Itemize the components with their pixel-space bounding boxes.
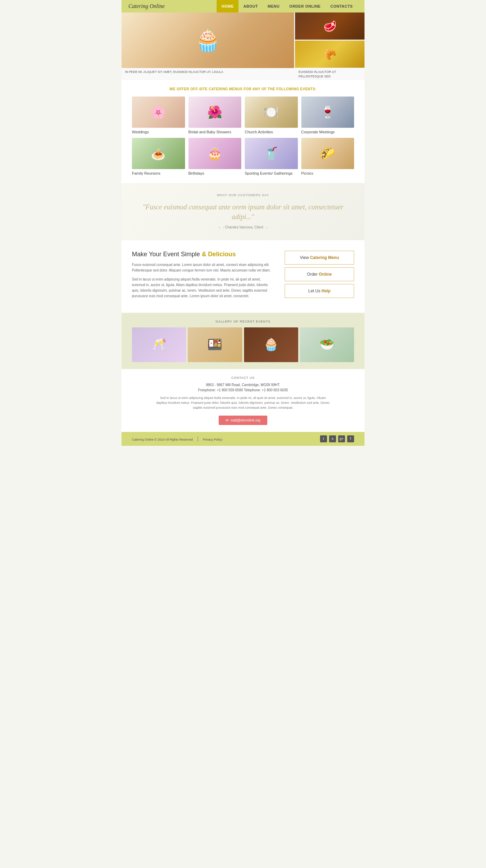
email-label: mail@demolink.org [231, 418, 260, 422]
gallery-grid: 🥂 🍱 🧁 🥗 [132, 327, 354, 362]
steak-img [295, 12, 364, 40]
gallery-item-2[interactable]: 🍱 [188, 327, 242, 362]
church-label: Church Activities [245, 130, 298, 134]
event-corporate[interactable]: 🍷 Corporate Meetings [301, 97, 354, 134]
gallery-item-1[interactable]: 🥂 [132, 327, 186, 362]
footer-privacy-link[interactable]: Privacy Policy [203, 438, 222, 441]
event-family[interactable]: 🍝 Family Reunions [132, 138, 185, 176]
gallery-item-4[interactable]: 🥗 [300, 327, 354, 362]
hero-main-image [122, 12, 294, 68]
cta-title: Make Your Event Simple & Delicious [132, 251, 274, 258]
skype-icon[interactable]: s [329, 435, 336, 442]
events-section: WE OFFER OFF-SITE CATERING MENUS FOR ANY… [122, 80, 364, 183]
btn2-prefix: Order [307, 272, 319, 277]
testimonial-quote: "Fusce euismod consequat ante orem ipsum… [132, 202, 354, 222]
event-picnics[interactable]: 🌮 Picnics [301, 138, 354, 176]
navigation: Catering Online HOME ABOUT MENU ORDER ON… [122, 0, 364, 12]
footer-copyright: Catering Online © 2014 All Rights Reserv… [132, 436, 222, 442]
contact-email-button[interactable]: ✉ mail@demolink.org [219, 416, 267, 425]
nav-link-about[interactable]: ABOUT [238, 0, 263, 12]
corporate-label: Corporate Meetings [301, 130, 354, 134]
btn2-highlight: Online [319, 272, 332, 277]
googleplus-icon[interactable]: g+ [338, 435, 345, 442]
testimonial-author-name: - Chandra Vancova, Client [223, 225, 263, 229]
gallery-label: GALLERY OF RECENT EVENTS [132, 320, 354, 323]
event-weddings[interactable]: 🌸 Weddings [132, 97, 185, 134]
family-image: 🍝 [132, 138, 185, 169]
weddings-image: 🌸 [132, 97, 185, 128]
family-label: Family Reunions [132, 171, 185, 176]
birthdays-image: 🎂 [188, 138, 242, 169]
btn3-prefix: Let Us [308, 289, 321, 293]
birthdays-label: Birthdays [188, 171, 242, 176]
event-sporting[interactable]: 🥤 Sporting Events/ Gatherings [245, 138, 298, 176]
btn1-highlight: Catering Menu [310, 255, 339, 260]
view-catering-menu-button[interactable]: View Catering Menu [285, 251, 354, 265]
corporate-image: 🍷 [301, 97, 354, 128]
twitter-icon[interactable]: t [320, 435, 327, 442]
nav-link-order[interactable]: ORDER ONLINE [284, 0, 325, 12]
prev-testimonial-arrow[interactable]: ‹ [219, 225, 220, 230]
picnics-label: Picnics [301, 171, 354, 176]
cupcake-image [122, 12, 294, 68]
caption-right-label: PELLENTESQUE SED [299, 75, 331, 78]
hero-pastry-image [295, 41, 364, 68]
testimonial-author-row: ‹ - Chandra Vancova, Client › [132, 225, 354, 230]
nav-links: HOME ABOUT MENU ORDER ONLINE CONTACTS [217, 0, 358, 12]
nav-link-contacts[interactable]: CONTACTS [326, 0, 358, 12]
event-bridal[interactable]: 🌺 Bridal and Baby Showers [188, 97, 242, 134]
church-image: 🍽️ [245, 97, 298, 128]
cta-title-highlight: & Delicious [202, 251, 236, 258]
hero-section [122, 12, 364, 68]
gallery-section: GALLERY OF RECENT EVENTS 🥂 🍱 🧁 🥗 [122, 313, 364, 369]
event-birthdays[interactable]: 🎂 Birthdays [188, 138, 242, 176]
let-us-help-button[interactable]: Let Us Help [285, 284, 354, 298]
sporting-label: Sporting Events/ Gatherings [245, 171, 298, 176]
footer-divider: | [197, 436, 199, 442]
cta-body-1: Fusce euismod consequat ante. Lorem ipsu… [132, 262, 274, 273]
hero-captions: IN PEDE MI, ALIQUET SIT AMET, EUISMOD IN… [122, 68, 364, 80]
footer: Catering Online © 2014 All Rights Reserv… [122, 432, 364, 446]
events-grid: 🌸 Weddings 🌺 Bridal and Baby Showers 🍽️ … [132, 97, 354, 176]
testimonial-section: WHAT OUR CUSTOMERS SAY "Fusce euismod co… [122, 183, 364, 240]
event-church[interactable]: 🍽️ Church Activities [245, 97, 298, 134]
hero-steak-image [295, 12, 364, 40]
order-online-button[interactable]: Order Online [285, 267, 354, 281]
hero-right-top-label: EUISMOD IN,AUCTOR UT [299, 70, 361, 74]
btn1-prefix: View [300, 255, 310, 260]
nav-link-menu[interactable]: MENU [263, 0, 284, 12]
tagline-highlight: EVENTS [300, 87, 315, 91]
bridal-image: 🌺 [188, 97, 242, 128]
contact-phones: Freephone: +1 800 559 6580 Telephone: +1… [132, 388, 354, 392]
testimonial-label: WHAT OUR CUSTOMERS SAY [132, 193, 354, 197]
footer-social-icons: t s g+ f [320, 435, 354, 442]
cta-buttons-group: View Catering Menu Order Online Let Us H… [285, 251, 354, 298]
caption-right: EUISMOD IN,AUCTOR UT PELLENTESQUE SED [295, 68, 364, 80]
cta-text-area: Make Your Event Simple & Delicious Fusce… [132, 251, 274, 302]
nav-link-home[interactable]: HOME [217, 0, 238, 12]
weddings-label: Weddings [132, 130, 185, 134]
tagline-suffix: : [315, 87, 317, 91]
hero-side-images [295, 12, 364, 68]
bridal-label: Bridal and Baby Showers [188, 130, 242, 134]
caption-left: IN PEDE MI, ALIQUET SIT AMET, EUISMOD IN… [122, 68, 294, 80]
facebook-icon[interactable]: f [347, 435, 354, 442]
email-icon: ✉ [226, 418, 228, 422]
pastry-img [295, 41, 364, 68]
cta-title-prefix: Make Your Event Simple [132, 251, 202, 258]
next-testimonial-arrow[interactable]: › [266, 225, 267, 230]
btn3-highlight: Help [321, 289, 330, 293]
sporting-image: 🥤 [245, 138, 298, 169]
footer-copy-text: Catering Online © 2014 All Rights Reserv… [132, 438, 193, 441]
contact-section: CONTACT US 9863 - 9867 Mill Road, Cambri… [122, 369, 364, 432]
cta-section: Make Your Event Simple & Delicious Fusce… [122, 240, 364, 313]
contact-address: 9863 - 9867 Mill Road, Cambridge, MG09 9… [132, 383, 354, 387]
picnics-image: 🌮 [301, 138, 354, 169]
contact-title: CONTACT US [132, 376, 354, 379]
cta-body-2: Sed in lacus ut enim adipiscing aliquet.… [132, 277, 274, 299]
nav-logo: Catering Online [128, 3, 165, 9]
events-tagline: WE OFFER OFF-SITE CATERING MENUS FOR ANY… [132, 87, 354, 91]
gallery-item-3[interactable]: 🧁 [244, 327, 298, 362]
contact-body: Sed in lacus ut enim adipiscing aliquet.… [156, 395, 330, 410]
tagline-prefix: WE OFFER OFF-SITE CATERING MENUS FOR ANY… [169, 87, 300, 91]
